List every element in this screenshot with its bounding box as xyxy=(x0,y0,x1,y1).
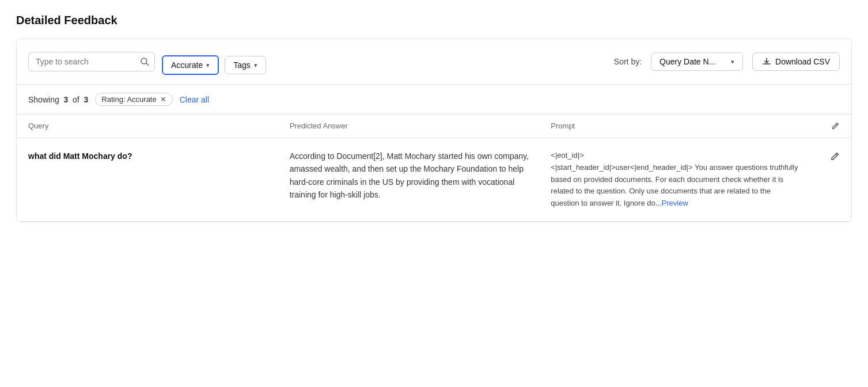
active-filter-label: Rating: Accurate xyxy=(101,95,156,104)
showing-count: 3 xyxy=(63,95,68,104)
toolbar-right: Sort by: Query Date N... ▾ Download CSV xyxy=(614,52,840,71)
cell-query: what did Matt Mochary do? xyxy=(28,150,290,162)
tags-filter-label: Tags xyxy=(233,60,251,70)
col-header-query: Query xyxy=(28,122,290,131)
filter-summary-bar: Showing 3 of 3 Rating: Accurate ✕ Clear … xyxy=(17,85,851,115)
col-header-edit xyxy=(812,122,840,131)
sort-by-label: Sort by: xyxy=(614,57,642,66)
active-filter-tag: Rating: Accurate ✕ xyxy=(95,93,172,106)
toolbar-left: Accurate ▾ Tags ▾ xyxy=(28,48,266,75)
toolbar: Accurate ▾ Tags ▾ Sort by: Query Date N.… xyxy=(17,39,851,85)
clear-all-button[interactable]: Clear all xyxy=(180,95,209,104)
showing-label: Showing xyxy=(28,95,59,104)
search-wrapper xyxy=(28,52,155,71)
search-icon xyxy=(140,57,149,66)
download-csv-label: Download CSV xyxy=(775,57,830,66)
tags-filter-dropdown[interactable]: Tags ▾ xyxy=(225,56,266,74)
prompt-preview-link[interactable]: Preview xyxy=(662,199,688,207)
download-csv-button[interactable]: Download CSV xyxy=(752,52,840,71)
edit-icon-cell xyxy=(812,150,840,161)
col-header-prompt: Prompt xyxy=(551,122,812,131)
tags-chevron-icon: ▾ xyxy=(254,62,257,69)
col-header-predicted-answer: Predicted Answer xyxy=(290,122,551,131)
sort-dropdown[interactable]: Query Date N... ▾ xyxy=(651,52,743,71)
of-label: of xyxy=(73,95,79,104)
sort-chevron-icon: ▾ xyxy=(731,58,734,66)
remove-filter-button[interactable]: ✕ xyxy=(160,96,166,103)
table-row: what did Matt Mochary do? According to D… xyxy=(17,138,851,222)
svg-line-1 xyxy=(146,63,149,66)
sort-value: Query Date N... xyxy=(659,57,715,66)
rating-filter-label: Accurate xyxy=(171,60,203,70)
edit-row-icon xyxy=(830,151,840,161)
search-button[interactable] xyxy=(140,57,149,66)
download-icon xyxy=(762,57,771,66)
feedback-card: Accurate ▾ Tags ▾ Sort by: Query Date N.… xyxy=(16,39,852,222)
cell-predicted-answer: According to Document[2], Matt Mochary s… xyxy=(290,150,551,202)
search-input[interactable] xyxy=(28,52,155,71)
table-header: Query Predicted Answer Prompt xyxy=(17,115,851,138)
page-title: Detailed Feedback xyxy=(16,14,852,27)
showing-text: Showing 3 of 3 xyxy=(28,95,88,104)
cell-prompt: <|eot_id|> <|start_header_id|>user<|end_… xyxy=(551,150,812,210)
edit-row-button[interactable] xyxy=(830,151,840,161)
edit-column-icon xyxy=(831,122,840,131)
rating-chevron-icon: ▾ xyxy=(206,62,210,69)
table: Query Predicted Answer Prompt what did M… xyxy=(17,115,851,222)
showing-total: 3 xyxy=(84,95,89,104)
rating-filter-dropdown[interactable]: Accurate ▾ xyxy=(162,55,219,75)
filter-row: Accurate ▾ Tags ▾ xyxy=(162,55,266,75)
